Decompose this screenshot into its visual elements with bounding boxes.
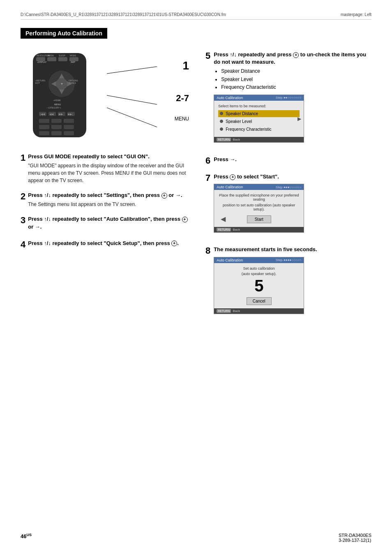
dot-0 (220, 112, 223, 115)
steps-left: 1 Press GUI MODE repeatedly to select "G… (21, 153, 193, 250)
step-2-body: The Settings menu list appears on the TV… (28, 201, 193, 208)
step-4: 4 Press ↑/↓ repeatedly to select "Quick … (21, 240, 193, 250)
circle-plus-icon-3: + (182, 217, 188, 222)
screen7-dots: Step ●●●○○○○○○ (276, 185, 301, 189)
step-7-number: 7 (205, 173, 210, 183)
remote-container: RESOLUTION MODE SLEEP MODE +DISPLAY AMP (21, 51, 193, 146)
screen5-item-1: Speaker Level (218, 118, 300, 125)
svg-text:– CATEGORY +: – CATEGORY + (46, 106, 61, 109)
step-3-title: Press ↑/↓ repeatedly to select "Auto Cal… (28, 215, 193, 230)
remote-step-labels: 1 2-7 MENU (175, 59, 189, 122)
svg-rect-34 (51, 119, 62, 123)
page-num-value: 46US (21, 533, 32, 539)
step-1-title: Press GUI MODE repeatedly to select "GUI… (28, 153, 193, 160)
page-footer: 46US STR-DA3400ES 3-289-137-12(1) (0, 533, 392, 543)
circle-plus-7: + (230, 174, 235, 180)
step-6-title: Press →. (214, 156, 371, 163)
screen5-item-2-label: Frequency Characteristic (226, 127, 271, 132)
screen7-arrow-left: ◀ (221, 215, 226, 222)
screen7-header: Auto Calibration Step ●●●○○○○○○ (214, 184, 304, 190)
screen7-footer-btn[interactable]: RETURN (217, 228, 231, 231)
step-8-title: The measurement starts in five seconds. (214, 246, 371, 253)
circle-plus-5: + (293, 52, 299, 58)
step-2: 2 Press ↑/↓ repeatedly to select "Settin… (21, 192, 193, 208)
screen8-title: Auto Calibration (217, 258, 243, 262)
screen8-footer-btn[interactable]: RETURN (217, 309, 231, 313)
svg-text:▶▶|: ▶▶| (68, 113, 73, 116)
screen5-body: Select items to be measured: Speaker Dis… (214, 101, 304, 137)
left-column: RESOLUTION MODE SLEEP MODE +DISPLAY AMP (21, 51, 193, 327)
screen8-text1: Set auto calibration (218, 266, 300, 271)
step-5-bullets: Speaker Distance Speaker Level Frequency… (221, 67, 371, 91)
screen8-text2: (auto speaker setup). (218, 272, 300, 276)
svg-line-44 (107, 108, 157, 127)
svg-text:+HOME: +HOME (53, 99, 61, 102)
svg-text:◀◀: ◀◀ (49, 113, 54, 116)
header-masterpage: masterpage: Left (341, 12, 371, 17)
remote-label-1: 1 (175, 59, 189, 72)
svg-text:▶▶: ▶▶ (59, 113, 63, 116)
screen7-body: Place the supplied microphone on your pr… (214, 190, 304, 227)
page-num-sup: US (26, 533, 32, 537)
step-8-content: The measurement starts in five seconds. … (214, 246, 371, 319)
screen5-arrow: ▶ (297, 116, 301, 122)
screen8-dots: Step ●●●●○○○○○ (276, 258, 301, 262)
step-4-title: Press ↑/↓ repeatedly to select "Quick Se… (28, 240, 193, 247)
screen7-start-btn[interactable]: Start (247, 215, 271, 223)
screen5-body-label: Select items to be measured: (218, 104, 300, 108)
bullet-frequency: Frequency Characteristic (221, 83, 371, 91)
svg-rect-3 (58, 57, 67, 61)
screen7-title: Auto Calibration (217, 185, 243, 189)
svg-rect-35 (64, 119, 74, 123)
dot-1 (220, 120, 223, 123)
screen-step5: Auto Calibration Step ●●○○○○○○○ Select i… (214, 95, 304, 143)
svg-text:+DISPLAY: +DISPLAY (37, 61, 47, 63)
screen8-countdown: 5 (218, 278, 300, 294)
step-6: 6 Press →. (205, 156, 371, 165)
screen5-item-2: Frequency Characteristic (218, 126, 300, 133)
step-7-content: Press + to select "Start". Auto Calibrat… (214, 173, 371, 238)
step-2-title: Press ↑/↓ repeatedly to select "Settings… (28, 192, 193, 199)
step-1-body: "GUI MODE" appears in the display window… (28, 162, 193, 184)
page: D:\Cannes\STR-DA3400ES_U_R1\3289137121\3… (0, 0, 392, 555)
screen7-text2: position to set auto calibration (auto s… (218, 203, 300, 211)
svg-rect-2 (47, 57, 56, 61)
step-5-title: Press ↑/↓ repeatedly and press + to un-c… (214, 51, 371, 66)
svg-rect-33 (39, 119, 49, 123)
step-1: 1 Press GUI MODE repeatedly to select "G… (21, 153, 193, 184)
svg-rect-40 (51, 131, 62, 135)
circle-plus-icon-4: + (171, 240, 177, 246)
svg-text:TOOLS: TOOLS (69, 82, 76, 84)
header-filepath: D:\Cannes\STR-DA3400ES_U_R1\3289137121\3… (21, 12, 226, 17)
page-number: 46US (21, 533, 32, 543)
screen5-footer: RETURN Back (214, 137, 304, 142)
svg-text:MENU: MENU (54, 103, 61, 106)
svg-text:SLEEP: SLEEP (59, 54, 66, 57)
svg-rect-38 (64, 125, 74, 129)
screen8-header: Auto Calibration Step ●●●●○○○○○ (214, 257, 304, 263)
screen8-footer: RETURN Back (214, 308, 304, 314)
catalog-number: 3-289-137-12(1) (339, 538, 371, 543)
step-4-number: 4 (21, 240, 25, 250)
dot-2 (220, 127, 223, 131)
svg-text:|◀◀: |◀◀ (40, 113, 45, 116)
svg-text:MODE: MODE (48, 54, 54, 57)
circle-plus-icon: + (161, 193, 167, 199)
svg-text:+: + (61, 82, 63, 86)
page-header: D:\Cannes\STR-DA3400ES_U_R1\3289137121\3… (21, 12, 371, 20)
step-5: 5 Press ↑/↓ repeatedly and press + to un… (205, 51, 371, 148)
screen5-footer-btn[interactable]: RETURN (217, 138, 231, 141)
svg-rect-39 (39, 131, 49, 135)
step-5-content: Press ↑/↓ repeatedly and press + to un-c… (214, 51, 371, 148)
screen7-footer: RETURN Back (214, 227, 304, 232)
screen7-text1: Place the supplied microphone on your pr… (218, 193, 300, 201)
step-5-number: 5 (205, 51, 210, 61)
section-title: Performing Auto Calibration (21, 28, 107, 39)
screen8-cancel-btn[interactable]: Cancel (247, 297, 272, 305)
step-1-content: Press GUI MODE repeatedly to select "GUI… (28, 153, 193, 184)
remote-control-image: RESOLUTION MODE SLEEP MODE +DISPLAY AMP (21, 51, 103, 141)
step-3-number: 3 (21, 215, 25, 225)
screen8-body: Set auto calibration (auto speaker setup… (214, 263, 304, 308)
screen-step8: Auto Calibration Step ●●●●○○○○○ Set auto… (214, 257, 304, 314)
svg-text:EXIT: EXIT (35, 82, 40, 84)
